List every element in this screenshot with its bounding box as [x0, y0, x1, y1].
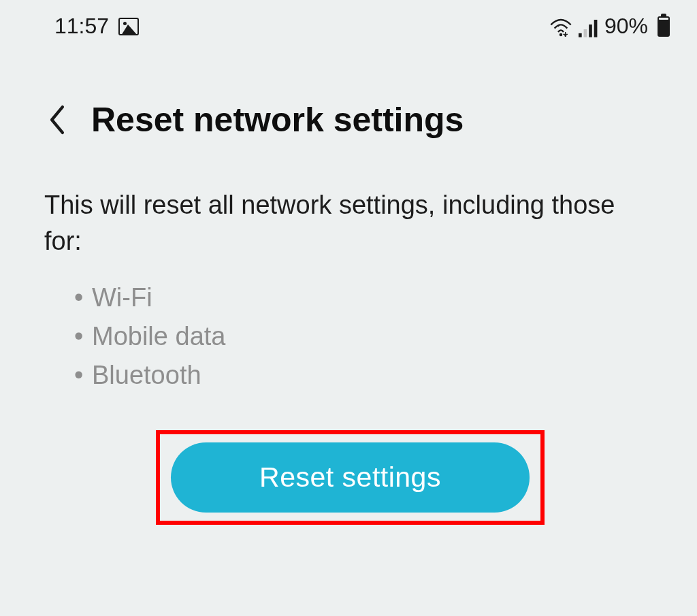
battery-icon [658, 16, 670, 37]
reset-settings-button[interactable]: Reset settings [171, 442, 530, 513]
status-right: 90% [550, 14, 670, 39]
list-item: Mobile data [71, 317, 656, 356]
status-time: 11:57 [54, 14, 109, 39]
battery-percent: 90% [604, 14, 648, 39]
image-icon [118, 18, 139, 35]
svg-rect-3 [579, 33, 582, 37]
highlight-annotation: Reset settings [156, 430, 545, 525]
svg-marker-1 [564, 35, 567, 36]
signal-icon [579, 18, 598, 35]
svg-rect-6 [594, 20, 598, 37]
svg-point-0 [560, 33, 563, 37]
list-item: Wi-Fi [71, 278, 656, 317]
back-button[interactable] [48, 105, 67, 135]
button-container: Reset settings [44, 430, 656, 525]
svg-rect-4 [584, 29, 587, 37]
wifi-icon [550, 17, 572, 36]
page-title: Reset network settings [91, 100, 464, 140]
status-bar: 11:57 90% [0, 0, 697, 46]
description-text: This will reset all network settings, in… [44, 187, 656, 259]
svg-rect-5 [589, 25, 592, 37]
status-left: 11:57 [54, 14, 139, 39]
bullet-list: Wi-Fi Mobile data Bluetooth [44, 278, 656, 395]
list-item: Bluetooth [71, 356, 656, 395]
page-header: Reset network settings [0, 46, 697, 167]
content-area: This will reset all network settings, in… [0, 167, 697, 525]
